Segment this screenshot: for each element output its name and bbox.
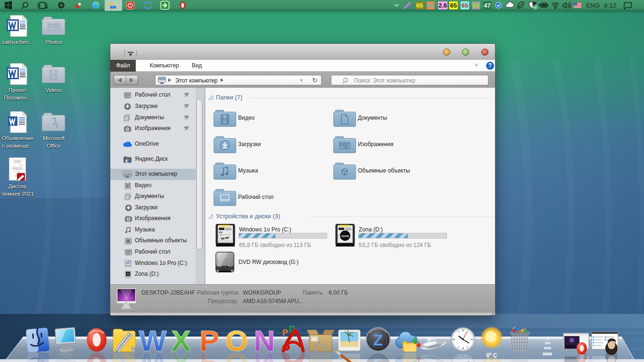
svg-text:47: 47 <box>484 2 490 9</box>
svg-text:0ₒ C: 0ₒ C <box>487 357 497 362</box>
svg-text:2.6: 2.6 <box>438 2 447 9</box>
svg-text:65: 65 <box>450 2 457 9</box>
svg-text:zona: zona <box>341 234 349 238</box>
svg-text:65: 65 <box>416 2 423 9</box>
svg-text:8:12: 8:12 <box>604 2 616 9</box>
svg-text:65: 65 <box>472 2 479 9</box>
svg-text:ENG: ENG <box>586 2 600 9</box>
svg-text:65: 65 <box>462 2 468 9</box>
svg-text:41: 41 <box>427 2 434 9</box>
